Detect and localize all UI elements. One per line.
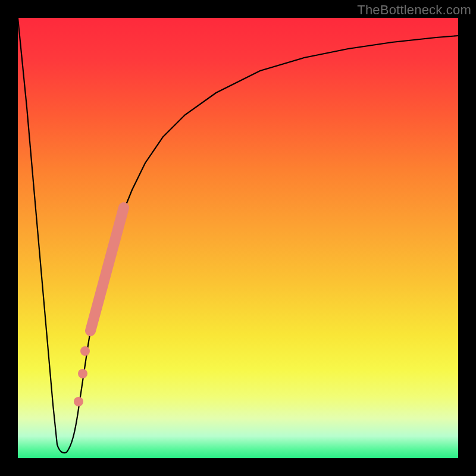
bottleneck-curve (18, 18, 458, 453)
highlight-segment (90, 208, 124, 331)
plot-area (18, 18, 458, 458)
chart-frame: TheBottleneck.com (0, 0, 476, 476)
highlight-dot-1 (80, 346, 90, 356)
curve-layer (18, 18, 458, 458)
attribution-text: TheBottleneck.com (357, 2, 471, 18)
highlight-dot-3 (74, 397, 83, 406)
highlight-dot-2 (78, 369, 87, 378)
